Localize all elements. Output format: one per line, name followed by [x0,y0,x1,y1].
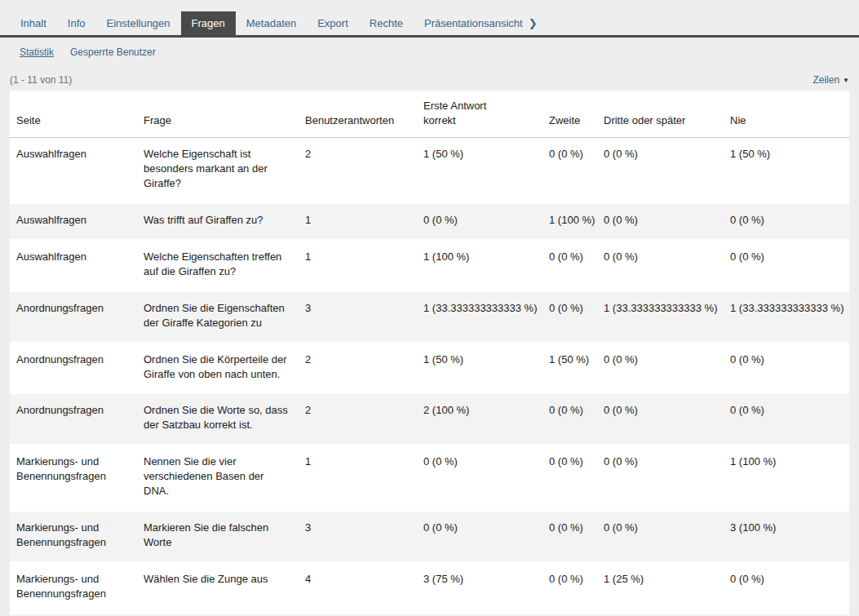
cell-seite: Anordnungsfragen [10,291,137,343]
tab-label: Rechte [370,17,403,29]
cell-nie: 1 (33.333333333333 %) [724,291,849,343]
rows-dropdown[interactable]: Zeilen▼ [813,74,849,86]
cell-erste-antwort-korrekt: 0 (0 %) [417,203,542,240]
tab-label: Präsentationsansicht [424,17,523,29]
tab-bar: InhaltInfoEinstellungenFragenMetadatenEx… [0,0,859,38]
cell-zweite: 0 (0 %) [542,240,597,291]
cell-seite: Markierungs- und Benennungsfragen [10,562,137,614]
tab-label: Inhalt [20,17,46,29]
cell-seite: Auswahlfragen [10,138,137,203]
column-header-label: Frage [144,114,171,126]
cell-zweite: 1 (100 %) [542,203,597,240]
page: InhaltInfoEinstellungenFragenMetadatenEx… [0,0,859,616]
cell-frage: Ordnen Sie die Körperteile der Giraffe v… [137,343,299,394]
column-header-label: Nie [730,114,746,126]
cell-frage: Welche Eigenschaft ist besonders markant… [137,138,299,203]
cell-frage: Welche Eigenschaften treffen auf die Gir… [137,240,299,291]
cell-seite: Anordnungsfragen [10,393,137,445]
cell-dritte-oder-spaeter: 0 (0 %) [597,138,724,203]
cell-dritte-oder-spaeter: 0 (0 %) [597,445,724,511]
table-row: AnordnungsfragenOrdnen Sie die Körpertei… [10,343,849,394]
table-controls: (1 - 11 von 11) Zeilen▼ [10,74,849,86]
cell-dritte-oder-spaeter: 1 (33.333333333333 %) [597,291,724,343]
table-row: Markierungs- und BenennungsfragenMarkier… [10,511,849,562]
tab-export[interactable]: Export [307,11,359,35]
cell-benutzerantworten: 2 [299,393,417,445]
pagination-info-top: (1 - 11 von 11) [10,74,72,86]
tab-metadaten[interactable]: Metadaten [236,11,307,35]
cell-zweite: 0 (0 %) [542,511,597,562]
column-header-label: Zweite [549,114,580,126]
tab-label: Export [317,17,348,29]
rows-dropdown-label: Zeilen [813,74,839,86]
cell-nie: 0 (0 %) [724,343,849,394]
subtab-gesperrte-benutzer[interactable]: Gesperrte Benutzer [70,47,156,58]
cell-dritte-oder-spaeter: 0 (0 %) [597,343,724,394]
cell-frage: Nennen Sie die vier verschiedenen Basen … [137,445,299,511]
cell-dritte-oder-spaeter: 0 (0 %) [597,240,724,291]
table-row: AuswahlfragenWelche Eigenschaft ist beso… [10,138,849,203]
table-row: Markierungs- und BenennungsfragenWählen … [10,562,849,614]
tab-inhalt[interactable]: Inhalt [10,11,57,35]
column-header-benutzerantworten: Benutzerantworten [299,91,417,138]
cell-erste-antwort-korrekt: 1 (100 %) [417,240,542,291]
table-row: AnordnungsfragenOrdnen Sie die Eigenscha… [10,291,849,343]
tab-fragen[interactable]: Fragen [181,11,236,35]
cell-erste-antwort-korrekt: 0 (0 %) [417,511,542,562]
table-header-row: SeiteFrageBenutzerantwortenErste Antwort… [10,91,849,138]
cell-benutzerantworten: 2 [299,343,417,394]
cell-zweite: 0 (0 %) [542,393,597,445]
cell-erste-antwort-korrekt: 2 (100 %) [417,393,542,445]
table-row: Markierungs- und BenennungsfragenNennen … [10,445,849,511]
cell-benutzerantworten: 1 [299,445,417,511]
table-body: AuswahlfragenWelche Eigenschaft ist beso… [10,138,849,616]
cell-nie: 0 (0 %) [724,562,849,614]
column-header-erste-antwort-korrekt: Erste Antwort korrekt [417,91,542,138]
tab-label: Metadaten [246,17,296,29]
cell-dritte-oder-spaeter: 0 (0 %) [597,511,724,562]
tab-rechte[interactable]: Rechte [359,11,414,35]
cell-seite: Anordnungsfragen [10,343,137,394]
column-header-zweite: Zweite [542,91,597,138]
table-row: AuswahlfragenWas trifft auf Giraffen zu?… [10,203,849,240]
cell-seite: Markierungs- und Benennungsfragen [10,445,137,511]
table-row: AnordnungsfragenOrdnen Sie die Worte so,… [10,393,849,445]
cell-nie: 0 (0 %) [724,203,849,240]
subtab-bar: StatistikGesperrte Benutzer [0,38,859,61]
cell-erste-antwort-korrekt: 1 (33.333333333333 %) [417,291,542,343]
column-header-label: Dritte oder später [604,114,685,126]
table-row: AuswahlfragenWelche Eigenschaften treffe… [10,240,849,291]
cell-erste-antwort-korrekt: 0 (0 %) [417,445,542,511]
caret-down-icon: ▼ [843,77,849,84]
subtab-statistik[interactable]: Statistik [20,47,54,58]
column-header-nie: Nie [724,91,849,138]
tab-einstellungen[interactable]: Einstellungen [96,11,181,35]
cell-nie: 3 (100 %) [724,511,849,562]
cell-benutzerantworten: 1 [299,203,417,240]
cell-benutzerantworten: 3 [299,291,417,343]
cell-zweite: 0 (0 %) [542,291,597,343]
cell-nie: 0 (0 %) [724,240,849,291]
chevron-right-icon: ❯ [529,17,538,29]
tab-label: Einstellungen [107,17,170,29]
cell-zweite: 0 (0 %) [542,562,597,614]
cell-erste-antwort-korrekt: 1 (50 %) [417,138,542,203]
cell-seite: Markierungs- und Benennungsfragen [10,511,137,562]
cell-frage: Was trifft auf Giraffen zu? [137,203,299,240]
cell-frage: Ordnen Sie die Worte so, dass der Satzba… [137,393,299,445]
cell-dritte-oder-spaeter: 1 (25 %) [597,562,724,614]
cell-benutzerantworten: 3 [299,511,417,562]
cell-benutzerantworten: 1 [299,240,417,291]
cell-zweite: 1 (50 %) [542,343,597,394]
cell-erste-antwort-korrekt: 1 (50 %) [417,343,542,394]
cell-nie: 1 (100 %) [724,445,849,511]
cell-frage: Markieren Sie die falschen Worte [137,511,299,562]
column-header-label: Seite [16,114,41,126]
cell-erste-antwort-korrekt: 3 (75 %) [417,562,542,614]
column-header-label: Erste Antwort korrekt [423,99,505,127]
cell-zweite: 0 (0 %) [542,138,597,203]
cell-nie: 0 (0 %) [724,393,849,445]
tab-info[interactable]: Info [57,11,96,35]
tab-praesentationsansicht[interactable]: Präsentationsansicht❯ [414,11,548,35]
cell-dritte-oder-spaeter: 0 (0 %) [597,393,724,445]
